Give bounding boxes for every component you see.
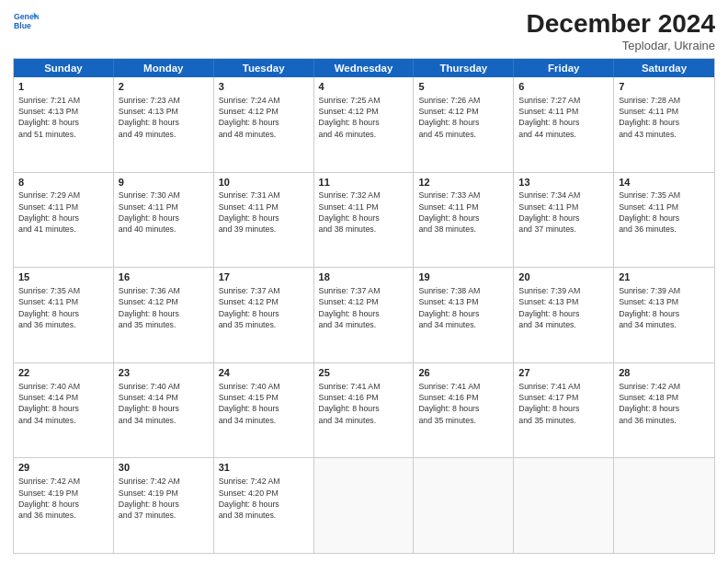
cell-text: Sunrise: 7:24 AM Sunset: 4:12 PM Dayligh…: [219, 95, 309, 140]
calendar-cell: 10Sunrise: 7:31 AM Sunset: 4:11 PM Dayli…: [214, 173, 314, 268]
header-day: Tuesday: [214, 59, 314, 77]
day-number: 1: [18, 80, 108, 94]
day-number: 31: [219, 461, 309, 475]
calendar-cell: 13Sunrise: 7:34 AM Sunset: 4:11 PM Dayli…: [514, 173, 614, 268]
header-day: Friday: [514, 59, 614, 77]
cell-text: Sunrise: 7:32 AM Sunset: 4:11 PM Dayligh…: [319, 190, 409, 235]
day-number: 4: [319, 80, 409, 94]
page: General Blue December 2024 Teplodar, Ukr…: [0, 0, 728, 563]
cell-text: Sunrise: 7:35 AM Sunset: 4:11 PM Dayligh…: [619, 190, 710, 235]
month-title: December 2024: [527, 9, 715, 39]
calendar-cell: 12Sunrise: 7:33 AM Sunset: 4:11 PM Dayli…: [414, 173, 514, 268]
calendar-cell: 8Sunrise: 7:29 AM Sunset: 4:11 PM Daylig…: [14, 173, 114, 268]
cell-text: Sunrise: 7:23 AM Sunset: 4:13 PM Dayligh…: [119, 95, 209, 140]
calendar-cell: 24Sunrise: 7:40 AM Sunset: 4:15 PM Dayli…: [214, 363, 314, 458]
title-area: December 2024 Teplodar, Ukraine: [527, 9, 715, 52]
calendar-row: 8Sunrise: 7:29 AM Sunset: 4:11 PM Daylig…: [14, 172, 714, 268]
cell-text: Sunrise: 7:35 AM Sunset: 4:11 PM Dayligh…: [18, 285, 108, 330]
calendar-cell: [614, 458, 714, 553]
cell-text: Sunrise: 7:28 AM Sunset: 4:11 PM Dayligh…: [619, 95, 710, 140]
day-number: 16: [119, 270, 209, 284]
calendar-cell: [514, 458, 614, 553]
calendar-cell: 15Sunrise: 7:35 AM Sunset: 4:11 PM Dayli…: [14, 268, 114, 362]
calendar-cell: 4Sunrise: 7:25 AM Sunset: 4:12 PM Daylig…: [314, 77, 415, 172]
day-number: 19: [418, 270, 508, 284]
calendar-cell: 1Sunrise: 7:21 AM Sunset: 4:13 PM Daylig…: [14, 77, 114, 172]
cell-text: Sunrise: 7:29 AM Sunset: 4:11 PM Dayligh…: [18, 190, 108, 235]
day-number: 5: [418, 80, 508, 94]
cell-text: Sunrise: 7:41 AM Sunset: 4:16 PM Dayligh…: [418, 381, 508, 426]
calendar-cell: 25Sunrise: 7:41 AM Sunset: 4:16 PM Dayli…: [314, 363, 415, 458]
cell-text: Sunrise: 7:42 AM Sunset: 4:19 PM Dayligh…: [18, 476, 108, 521]
day-number: 13: [518, 176, 609, 190]
calendar-cell: 14Sunrise: 7:35 AM Sunset: 4:11 PM Dayli…: [614, 173, 714, 268]
calendar-cell: 30Sunrise: 7:42 AM Sunset: 4:19 PM Dayli…: [114, 458, 214, 553]
day-number: 29: [18, 461, 108, 475]
calendar-cell: 21Sunrise: 7:39 AM Sunset: 4:13 PM Dayli…: [614, 268, 714, 362]
cell-text: Sunrise: 7:36 AM Sunset: 4:12 PM Dayligh…: [119, 285, 209, 330]
cell-text: Sunrise: 7:27 AM Sunset: 4:11 PM Dayligh…: [518, 95, 609, 140]
calendar-cell: 26Sunrise: 7:41 AM Sunset: 4:16 PM Dayli…: [414, 363, 514, 458]
calendar-cell: 5Sunrise: 7:26 AM Sunset: 4:12 PM Daylig…: [414, 77, 514, 172]
cell-text: Sunrise: 7:40 AM Sunset: 4:14 PM Dayligh…: [18, 381, 108, 426]
day-number: 30: [119, 461, 209, 475]
day-number: 24: [219, 366, 309, 380]
header-day: Saturday: [614, 59, 714, 77]
subtitle: Teplodar, Ukraine: [527, 39, 715, 52]
calendar-cell: [414, 458, 514, 553]
logo: General Blue: [13, 9, 39, 35]
calendar-cell: 23Sunrise: 7:40 AM Sunset: 4:14 PM Dayli…: [114, 363, 214, 458]
cell-text: Sunrise: 7:42 AM Sunset: 4:19 PM Dayligh…: [119, 476, 209, 521]
calendar-cell: 19Sunrise: 7:38 AM Sunset: 4:13 PM Dayli…: [414, 268, 514, 362]
calendar: SundayMondayTuesdayWednesdayThursdayFrid…: [13, 58, 715, 554]
svg-text:Blue: Blue: [14, 21, 31, 30]
cell-text: Sunrise: 7:42 AM Sunset: 4:18 PM Dayligh…: [619, 381, 710, 426]
cell-text: Sunrise: 7:39 AM Sunset: 4:13 PM Dayligh…: [518, 285, 609, 330]
day-number: 12: [418, 176, 508, 190]
calendar-cell: 9Sunrise: 7:30 AM Sunset: 4:11 PM Daylig…: [114, 173, 214, 268]
day-number: 9: [119, 176, 209, 190]
header-day: Monday: [114, 59, 214, 77]
cell-text: Sunrise: 7:30 AM Sunset: 4:11 PM Dayligh…: [119, 190, 209, 235]
cell-text: Sunrise: 7:41 AM Sunset: 4:16 PM Dayligh…: [319, 381, 409, 426]
cell-text: Sunrise: 7:25 AM Sunset: 4:12 PM Dayligh…: [319, 95, 409, 140]
calendar-cell: 27Sunrise: 7:41 AM Sunset: 4:17 PM Dayli…: [514, 363, 614, 458]
day-number: 3: [219, 80, 309, 94]
day-number: 17: [219, 270, 309, 284]
day-number: 21: [619, 270, 710, 284]
cell-text: Sunrise: 7:40 AM Sunset: 4:14 PM Dayligh…: [119, 381, 209, 426]
day-number: 15: [18, 270, 108, 284]
cell-text: Sunrise: 7:37 AM Sunset: 4:12 PM Dayligh…: [219, 285, 309, 330]
calendar-row: 29Sunrise: 7:42 AM Sunset: 4:19 PM Dayli…: [14, 457, 714, 553]
day-number: 8: [18, 176, 108, 190]
day-number: 18: [319, 270, 409, 284]
calendar-cell: 18Sunrise: 7:37 AM Sunset: 4:12 PM Dayli…: [314, 268, 415, 362]
calendar-cell: 22Sunrise: 7:40 AM Sunset: 4:14 PM Dayli…: [14, 363, 114, 458]
cell-text: Sunrise: 7:31 AM Sunset: 4:11 PM Dayligh…: [219, 190, 309, 235]
cell-text: Sunrise: 7:39 AM Sunset: 4:13 PM Dayligh…: [619, 285, 710, 330]
calendar-cell: 31Sunrise: 7:42 AM Sunset: 4:20 PM Dayli…: [214, 458, 314, 553]
cell-text: Sunrise: 7:42 AM Sunset: 4:20 PM Dayligh…: [219, 476, 309, 521]
calendar-cell: 2Sunrise: 7:23 AM Sunset: 4:13 PM Daylig…: [114, 77, 214, 172]
calendar-row: 22Sunrise: 7:40 AM Sunset: 4:14 PM Dayli…: [14, 362, 714, 458]
cell-text: Sunrise: 7:33 AM Sunset: 4:11 PM Dayligh…: [418, 190, 508, 235]
day-number: 26: [418, 366, 508, 380]
calendar-body: 1Sunrise: 7:21 AM Sunset: 4:13 PM Daylig…: [14, 77, 714, 553]
calendar-cell: 17Sunrise: 7:37 AM Sunset: 4:12 PM Dayli…: [214, 268, 314, 362]
calendar-cell: 6Sunrise: 7:27 AM Sunset: 4:11 PM Daylig…: [514, 77, 614, 172]
calendar-cell: 16Sunrise: 7:36 AM Sunset: 4:12 PM Dayli…: [114, 268, 214, 362]
calendar-cell: 7Sunrise: 7:28 AM Sunset: 4:11 PM Daylig…: [614, 77, 714, 172]
cell-text: Sunrise: 7:40 AM Sunset: 4:15 PM Dayligh…: [219, 381, 309, 426]
calendar-row: 1Sunrise: 7:21 AM Sunset: 4:13 PM Daylig…: [14, 77, 714, 172]
header: General Blue December 2024 Teplodar, Ukr…: [13, 9, 715, 52]
day-number: 14: [619, 176, 710, 190]
day-number: 25: [319, 366, 409, 380]
cell-text: Sunrise: 7:38 AM Sunset: 4:13 PM Dayligh…: [418, 285, 508, 330]
calendar-cell: 28Sunrise: 7:42 AM Sunset: 4:18 PM Dayli…: [614, 363, 714, 458]
calendar-cell: 11Sunrise: 7:32 AM Sunset: 4:11 PM Dayli…: [314, 173, 415, 268]
cell-text: Sunrise: 7:21 AM Sunset: 4:13 PM Dayligh…: [18, 95, 108, 140]
header-day: Sunday: [14, 59, 114, 77]
calendar-cell: 29Sunrise: 7:42 AM Sunset: 4:19 PM Dayli…: [14, 458, 114, 553]
calendar-row: 15Sunrise: 7:35 AM Sunset: 4:11 PM Dayli…: [14, 267, 714, 362]
calendar-cell: 20Sunrise: 7:39 AM Sunset: 4:13 PM Dayli…: [514, 268, 614, 362]
